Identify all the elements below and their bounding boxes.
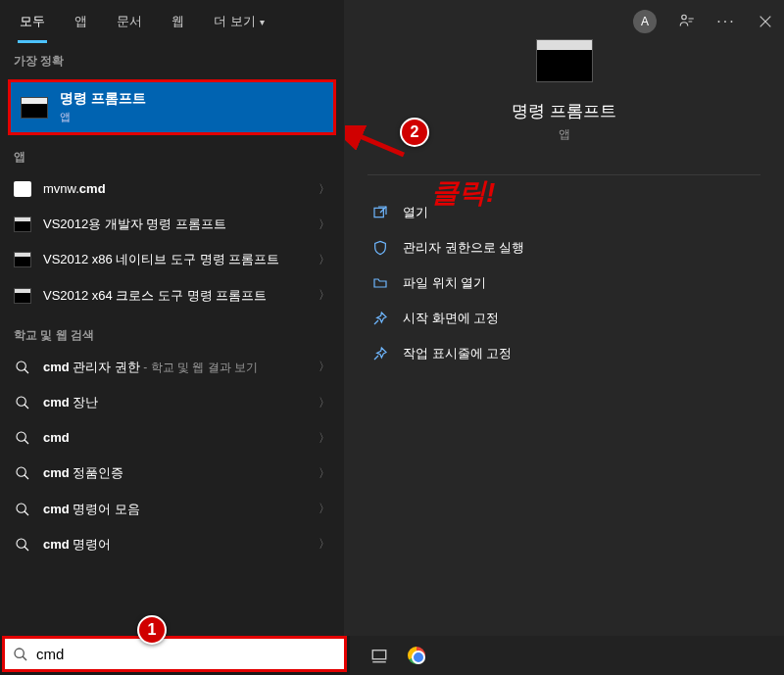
shield-icon — [371, 240, 389, 256]
chevron-right-icon[interactable]: 〉 — [318, 252, 330, 268]
cmd-icon — [14, 252, 31, 267]
feedback-icon[interactable] — [678, 13, 696, 30]
chevron-right-icon[interactable]: 〉 — [318, 501, 330, 517]
chevron-right-icon[interactable]: 〉 — [318, 287, 330, 304]
list-item[interactable]: mvnw.cmd 〉 — [0, 171, 344, 207]
action-pin-start[interactable]: 시작 화면에 고정 — [354, 301, 774, 336]
cmd-icon — [21, 97, 48, 119]
list-item[interactable]: cmd 정품인증 〉 — [0, 456, 344, 491]
preview-app-icon — [536, 39, 593, 82]
divider — [368, 174, 760, 175]
top-icons: A ··· — [633, 10, 774, 33]
list-item-label: cmd 정품인증 — [43, 464, 307, 482]
file-icon — [14, 181, 31, 197]
svg-line-7 — [24, 475, 28, 479]
svg-point-0 — [17, 362, 25, 370]
tab-all[interactable]: 모두 — [8, 1, 57, 42]
list-item[interactable]: cmd 〉 — [0, 420, 344, 456]
search-icon — [14, 360, 31, 375]
svg-rect-15 — [374, 208, 383, 217]
search-icon — [14, 537, 31, 553]
action-label: 작업 표시줄에 고정 — [403, 345, 512, 362]
list-item[interactable]: cmd 명령어 〉 — [0, 527, 344, 562]
list-item[interactable]: cmd 관리자 권한 - 학교 및 웹 결과 보기 〉 — [0, 350, 344, 385]
filter-tabs: 모두 앱 문서 웹 더 보기 ▾ — [0, 0, 344, 43]
avatar[interactable]: A — [633, 10, 657, 33]
chrome-icon[interactable] — [407, 646, 426, 665]
chevron-right-icon[interactable]: 〉 — [318, 181, 330, 198]
annotation-badge-2: 2 — [400, 118, 429, 147]
tab-more[interactable]: 더 보기 ▾ — [202, 1, 276, 42]
svg-line-1 — [24, 369, 28, 373]
tab-apps[interactable]: 앱 — [63, 1, 99, 42]
list-item-label: VS2012용 개발자 명령 프롬프트 — [43, 216, 307, 233]
svg-line-5 — [24, 440, 28, 444]
chevron-right-icon[interactable]: 〉 — [318, 536, 330, 553]
list-item-label: cmd 장난 — [43, 394, 307, 411]
search-icon — [14, 395, 31, 410]
svg-point-4 — [17, 432, 25, 441]
list-item-label: cmd — [43, 429, 307, 447]
section-best-match: 가장 정확 — [0, 43, 344, 75]
close-icon[interactable] — [757, 13, 774, 30]
action-pin-taskbar[interactable]: 작업 표시줄에 고정 — [354, 336, 774, 371]
svg-line-19 — [23, 656, 26, 660]
search-icon — [14, 465, 31, 481]
chevron-right-icon[interactable]: 〉 — [318, 465, 330, 482]
list-item[interactable]: cmd 명령어 모음 〉 — [0, 492, 344, 527]
list-item[interactable]: cmd 장난 〉 — [0, 385, 344, 420]
list-item-label: cmd 명령어 — [43, 536, 307, 554]
svg-point-2 — [17, 397, 25, 406]
svg-line-16 — [374, 320, 378, 324]
action-label: 시작 화면에 고정 — [403, 310, 499, 327]
list-item-label: VS2012 x64 크로스 도구 명령 프롬프트 — [43, 287, 307, 305]
actions-list: 열기 관리자 권한으로 실행 파일 위치 열기 시작 화면에 고정 — [344, 189, 784, 377]
search-input-container[interactable] — [2, 636, 347, 672]
section-school-web: 학교 및 웹 검색 — [0, 313, 344, 350]
tab-web[interactable]: 웹 — [160, 1, 196, 42]
search-icon — [14, 502, 31, 517]
list-item-label: VS2012 x86 네이티브 도구 명령 프롬프트 — [43, 251, 307, 268]
pin-icon — [371, 311, 389, 326]
svg-line-11 — [24, 547, 28, 551]
best-match-subtitle: 앱 — [60, 110, 146, 124]
svg-point-8 — [17, 504, 25, 512]
list-item-label: cmd 관리자 권한 - 학교 및 웹 결과 보기 — [43, 359, 307, 376]
svg-point-18 — [15, 649, 24, 657]
svg-line-17 — [374, 356, 378, 360]
svg-point-10 — [17, 539, 25, 548]
search-input[interactable] — [36, 646, 336, 662]
chevron-right-icon[interactable]: 〉 — [318, 217, 330, 233]
taskbar — [350, 636, 784, 675]
search-icon — [14, 430, 31, 446]
list-item[interactable]: VS2012용 개발자 명령 프롬프트 〉 — [0, 207, 344, 242]
chevron-right-icon[interactable]: 〉 — [318, 395, 330, 411]
svg-line-9 — [24, 511, 28, 515]
best-match-title: 명령 프롬프트 — [60, 90, 146, 108]
best-match-result[interactable]: 명령 프롬프트 앱 — [8, 79, 336, 135]
chevron-right-icon[interactable]: 〉 — [318, 359, 330, 375]
svg-rect-20 — [372, 651, 386, 659]
search-icon — [13, 647, 28, 662]
action-run-admin[interactable]: 관리자 권한으로 실행 — [354, 230, 774, 265]
tab-docs[interactable]: 문서 — [105, 1, 154, 42]
preview-subtitle: 앱 — [559, 126, 570, 143]
section-apps: 앱 — [0, 139, 344, 171]
action-open[interactable]: 열기 — [354, 195, 774, 230]
action-label: 파일 위치 열기 — [403, 274, 486, 292]
cmd-icon — [14, 288, 31, 304]
folder-icon — [371, 275, 389, 291]
list-item[interactable]: VS2012 x86 네이티브 도구 명령 프롬프트 〉 — [0, 242, 344, 277]
pin-icon — [371, 346, 389, 362]
list-item[interactable]: VS2012 x64 크로스 도구 명령 프롬프트 〉 — [0, 278, 344, 313]
task-view-icon[interactable] — [369, 646, 389, 665]
annotation-click-label: 클릭! — [431, 174, 495, 212]
more-icon[interactable]: ··· — [717, 13, 735, 30]
svg-line-22 — [353, 133, 404, 155]
chevron-right-icon[interactable]: 〉 — [318, 430, 330, 447]
results-list: mvnw.cmd 〉 VS2012용 개발자 명령 프롬프트 〉 VS2012 … — [0, 171, 344, 636]
action-label: 열기 — [403, 204, 428, 221]
action-open-location[interactable]: 파일 위치 열기 — [354, 265, 774, 301]
list-item-label: mvnw.cmd — [43, 180, 307, 198]
cmd-icon — [14, 217, 31, 232]
